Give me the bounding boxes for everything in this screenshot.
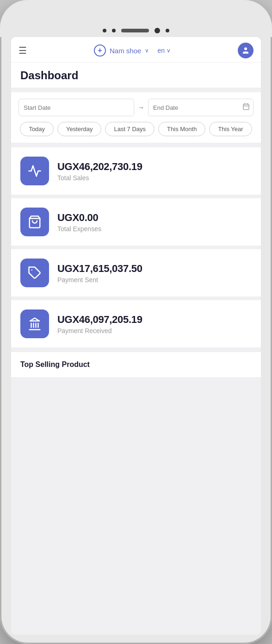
shop-name[interactable]: Nam shoe	[110, 47, 141, 55]
add-button[interactable]: +	[94, 44, 106, 57]
payment-sent-label: Payment Sent	[57, 276, 142, 284]
stat-card-expenses: UGX0.00 Total Expenses	[11, 198, 261, 246]
end-date-input[interactable]	[148, 99, 253, 116]
filter-yesterday[interactable]: Yesterday	[57, 122, 101, 136]
hamburger-icon[interactable]: ☰	[19, 45, 27, 56]
top-selling-title: Top Selling Product	[20, 360, 90, 368]
stat-card-payment-received: UGX46,097,205.19 Payment Received	[11, 300, 261, 347]
payment-received-info: UGX46,097,205.19 Payment Received	[57, 314, 142, 335]
start-date-input[interactable]	[19, 99, 134, 116]
dot-1	[103, 29, 106, 32]
svg-point-0	[244, 47, 247, 50]
header-right	[238, 43, 253, 58]
payment-received-icon-box	[20, 309, 49, 338]
lang-selector[interactable]: en ∨	[157, 47, 171, 54]
avatar[interactable]	[238, 43, 253, 58]
sales-icon-box	[20, 157, 49, 185]
expenses-label: Total Expenses	[57, 225, 101, 233]
payment-received-value: UGX46,097,205.19	[57, 314, 142, 326]
page-title: Dashboard	[20, 69, 252, 82]
filter-today[interactable]: Today	[20, 122, 54, 136]
bag-icon	[28, 215, 42, 229]
stat-card-sales: UGX46,202,730.19 Total Sales	[11, 147, 261, 195]
stat-card-payment-sent: UGX17,615,037.50 Payment Sent	[11, 249, 261, 297]
chart-icon	[28, 164, 42, 178]
speaker	[121, 29, 149, 32]
filter-last7days[interactable]: Last 7 Days	[105, 122, 155, 136]
bank-icon	[28, 317, 42, 331]
date-end-container	[148, 99, 253, 116]
filter-buttons: Today Yesterday Last 7 Days This Month T…	[19, 122, 253, 136]
date-filter-section: → Today	[11, 92, 261, 143]
phone-top	[0, 0, 272, 37]
payment-sent-value: UGX17,615,037.50	[57, 263, 142, 275]
sales-value: UGX46,202,730.19	[57, 161, 142, 173]
filter-thismonth[interactable]: This Month	[158, 122, 205, 136]
filter-thisyear[interactable]: This Year	[209, 122, 252, 136]
dot-2	[112, 29, 116, 32]
payment-sent-icon-box	[20, 259, 49, 287]
svg-marker-12	[30, 318, 39, 321]
expenses-info: UGX0.00 Total Expenses	[57, 212, 101, 233]
payment-received-label: Payment Received	[57, 327, 142, 335]
sales-info: UGX46,202,730.19 Total Sales	[57, 161, 142, 182]
content: → Today	[11, 88, 261, 635]
sales-label: Total Sales	[57, 174, 142, 182]
tag-icon	[28, 266, 42, 280]
date-arrow-icon: →	[138, 104, 144, 111]
page-title-bar: Dashboard	[11, 63, 261, 88]
payment-sent-info: UGX17,615,037.50 Payment Sent	[57, 263, 142, 284]
expenses-icon-box	[20, 208, 49, 236]
bottom-section: Top Selling Product	[11, 351, 261, 377]
dot-3	[166, 29, 169, 32]
date-inputs: →	[19, 99, 253, 116]
shop-chevron-icon[interactable]: ∨	[145, 47, 149, 54]
phone-frame: ☰ + Nam shoe ∨ en ∨	[0, 0, 272, 644]
expenses-value: UGX0.00	[57, 212, 101, 224]
svg-rect-1	[243, 104, 249, 110]
screen: ☰ + Nam shoe ∨ en ∨	[11, 37, 261, 635]
app-header: ☰ + Nam shoe ∨ en ∨	[11, 37, 261, 63]
calendar-icon	[242, 103, 250, 112]
lang-chevron-icon: ∨	[167, 47, 171, 54]
header-center: + Nam shoe ∨ en ∨	[94, 44, 171, 57]
front-camera	[155, 28, 160, 33]
lang-text: en	[157, 47, 165, 54]
